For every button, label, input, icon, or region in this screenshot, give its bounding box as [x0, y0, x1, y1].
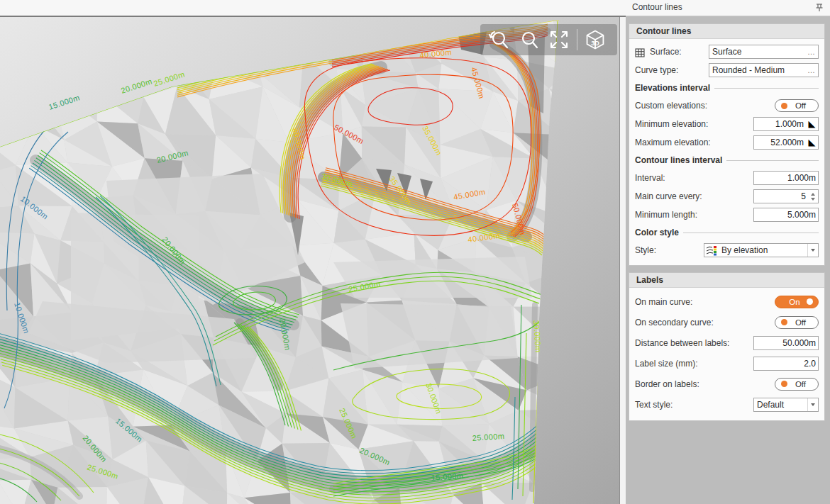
- toggle-dot: [781, 103, 787, 109]
- viewport-toolbar: 3D: [480, 24, 617, 55]
- panel-header-border: [626, 16, 830, 16]
- row-style: Style:: [635, 241, 819, 259]
- text-style-value: Default: [754, 400, 807, 410]
- on-main-curve-toggle[interactable]: On: [775, 296, 819, 308]
- top-bar: Contour lines: [0, 0, 830, 16]
- min-length-input[interactable]: [753, 208, 819, 222]
- custom-elevations-label: Custom elevations:: [635, 101, 775, 111]
- surface-browse-button[interactable]: …: [805, 47, 818, 56]
- interval-label: Interval:: [635, 173, 753, 183]
- min-elevation-field[interactable]: [754, 119, 806, 129]
- row-custom-elevations: Custom elevations: Off: [635, 96, 819, 115]
- min-length-label: Minimum length:: [635, 210, 753, 220]
- label-size-label: Label size (mm):: [635, 359, 753, 369]
- toggle-dot: [781, 319, 787, 325]
- curve-type-label: Curve type:: [635, 65, 709, 75]
- row-curve-type: Curve type: Rounded - Medium …: [635, 61, 819, 79]
- zoom-extents-icon[interactable]: [544, 26, 574, 54]
- text-style-dropdown[interactable]: Default: [753, 398, 819, 412]
- color-style-header: Color style: [635, 224, 819, 241]
- group-header: Labels: [629, 273, 824, 288]
- curve-type-value: Rounded - Medium: [709, 65, 805, 75]
- toggle-dot: [781, 381, 787, 387]
- text-style-label: Text style:: [635, 400, 753, 410]
- panel-gutter[interactable]: [619, 17, 626, 504]
- row-surface: Surface: Surface …: [635, 43, 819, 61]
- contour-lines-panel: Contour lines Surface: Surface …: [626, 17, 830, 504]
- style-label: Style:: [635, 245, 704, 255]
- surface-grid-icon: [635, 47, 646, 57]
- row-label-size: Label size (mm):: [635, 353, 819, 374]
- on-secondary-curve-toggle[interactable]: Off: [775, 316, 819, 329]
- min-elevation-label: Minimum elevation:: [635, 119, 753, 129]
- chevron-down-icon[interactable]: [807, 398, 818, 411]
- main-curve-label: Main curve every:: [635, 191, 753, 201]
- view-3d-icon[interactable]: 3D: [580, 26, 610, 54]
- 3d-viewport[interactable]: 15.000m20.000m25.000m10.000m20.000m20.00…: [0, 0, 619, 504]
- group-labels: Labels On main curve: On On secondary cu…: [629, 272, 825, 421]
- by-elevation-icon: [704, 245, 719, 256]
- max-elevation-input[interactable]: ◣: [753, 135, 819, 150]
- label-size-field[interactable]: [754, 359, 818, 369]
- distance-labels-field[interactable]: [754, 338, 818, 348]
- surface-label: Surface:: [650, 47, 709, 57]
- elevations-interval-header: Elevations interval: [635, 79, 819, 96]
- svg-text:3D: 3D: [591, 40, 599, 47]
- pin-icon[interactable]: [814, 3, 824, 13]
- row-on-secondary-curve: On secondary curve: Off: [635, 312, 819, 332]
- distance-labels-label: Distance between labels:: [635, 338, 753, 348]
- row-max-elevation: Maximum elevation: ◣: [635, 133, 819, 152]
- custom-elevations-toggle[interactable]: Off: [775, 99, 819, 112]
- main-curve-field[interactable]: [754, 191, 808, 201]
- style-value: By elevation: [719, 245, 807, 255]
- interval-input[interactable]: [753, 171, 819, 185]
- row-on-main-curve: On main curve: On: [635, 291, 819, 312]
- toggle-dot: [807, 298, 813, 305]
- max-elevation-label: Maximum elevation:: [635, 138, 753, 147]
- terrain-canvas[interactable]: 15.000m20.000m25.000m10.000m20.000m20.00…: [0, 0, 619, 504]
- row-distance-labels: Distance between labels:: [635, 332, 819, 353]
- pick-elevation-icon[interactable]: ◣: [806, 136, 818, 149]
- row-text-style: Text style: Default: [635, 394, 819, 415]
- row-main-curve: Main curve every:: [635, 187, 819, 206]
- border-labels-toggle[interactable]: Off: [775, 378, 819, 391]
- border-labels-label: Border on labels:: [635, 379, 775, 389]
- surface-value: Surface: [709, 47, 805, 57]
- viewport-top-border: [0, 16, 626, 17]
- min-length-field[interactable]: [754, 210, 818, 220]
- group-contour-lines: Contour lines Surface: Surface …: [629, 23, 825, 266]
- toggle-state: On: [782, 298, 807, 306]
- application-window: 15.000m20.000m25.000m10.000m20.000m20.00…: [0, 0, 830, 504]
- label-size-input[interactable]: [753, 357, 819, 371]
- row-interval: Interval:: [635, 169, 819, 187]
- main-curve-input[interactable]: [753, 189, 819, 203]
- contour-interval-header: Contour lines interval: [635, 152, 819, 169]
- row-border-labels: Border on labels: Off: [635, 374, 819, 394]
- distance-labels-input[interactable]: [753, 336, 819, 350]
- toggle-state: Off: [787, 101, 814, 110]
- curve-type-input[interactable]: Rounded - Medium …: [709, 63, 819, 77]
- curve-type-browse-button[interactable]: …: [805, 66, 818, 74]
- zoom-icon[interactable]: [514, 26, 544, 54]
- row-min-elevation: Minimum elevation: ◣: [635, 115, 819, 133]
- on-secondary-curve-label: On secondary curve:: [635, 318, 775, 327]
- interval-field[interactable]: [754, 173, 818, 183]
- main-curve-spinner[interactable]: [808, 190, 818, 203]
- toggle-state: Off: [787, 380, 814, 388]
- on-main-curve-label: On main curve:: [635, 297, 775, 307]
- min-elevation-input[interactable]: ◣: [753, 117, 819, 131]
- panel-title: Contour lines: [632, 2, 682, 12]
- chevron-down-icon[interactable]: [807, 244, 818, 257]
- row-min-length: Minimum length:: [635, 206, 819, 224]
- toggle-state: Off: [787, 318, 814, 327]
- style-dropdown[interactable]: By elevation: [704, 243, 819, 257]
- zoom-previous-icon[interactable]: [485, 26, 514, 54]
- toolbar-separator: [577, 29, 577, 50]
- max-elevation-field[interactable]: [754, 138, 806, 147]
- pick-elevation-icon[interactable]: ◣: [806, 118, 818, 130]
- surface-input[interactable]: Surface …: [709, 45, 819, 59]
- group-header: Contour lines: [629, 24, 824, 39]
